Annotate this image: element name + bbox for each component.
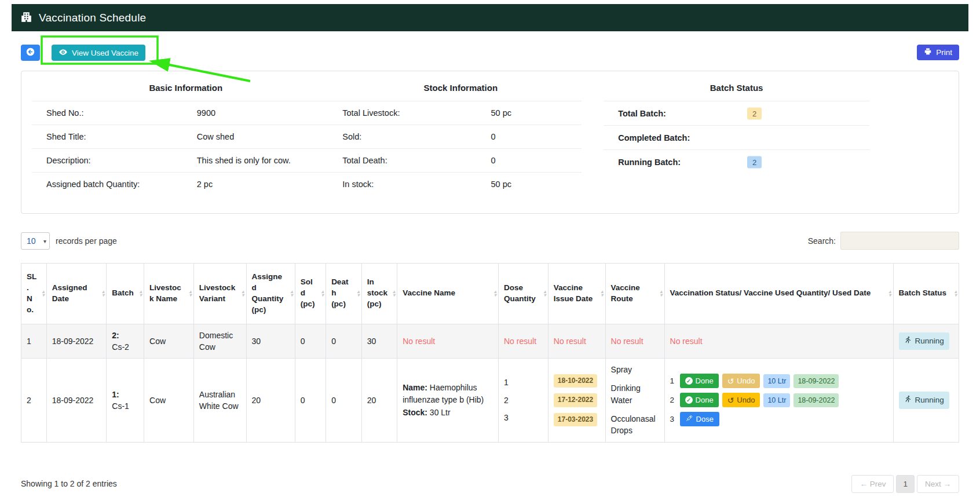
records-per-page-label: records per page bbox=[56, 236, 117, 246]
vaccine-issue-date-cell: No result bbox=[548, 324, 605, 359]
vaccine-route: Spray bbox=[611, 364, 659, 375]
sold-cell: 0 bbox=[295, 324, 326, 359]
back-button[interactable] bbox=[21, 45, 40, 61]
sort-icon: ▴▾ bbox=[321, 290, 324, 297]
in-stock-cell: 20 bbox=[361, 359, 397, 442]
batch-status-title: Batch Status bbox=[604, 78, 869, 101]
sort-icon: ▴▾ bbox=[42, 290, 45, 297]
sold-value: 0 bbox=[491, 132, 582, 141]
sort-icon: ▴▾ bbox=[601, 290, 604, 297]
view-used-vaccine-button[interactable]: View Used Vaccine bbox=[52, 45, 145, 61]
page-header: Vaccination Schedule bbox=[12, 4, 968, 31]
print-button[interactable]: Print bbox=[917, 45, 959, 60]
description-value: This shed is only for cow. bbox=[197, 156, 343, 165]
livestock-name-cell: Cow bbox=[144, 324, 194, 359]
livestock-variant-cell: Australian White Cow bbox=[193, 359, 246, 442]
undo-button[interactable]: ↺Undo bbox=[722, 393, 760, 407]
col-header-sl-no[interactable]: SL. No.▴▾ bbox=[21, 264, 47, 324]
undo-icon: ↺ bbox=[727, 396, 734, 404]
col-header-vaccination-status[interactable]: Vaccination Status/ Vaccine Used Quantit… bbox=[664, 264, 893, 324]
status-line: 1 ✓Done ↺Undo 10 Ltr 18-09-2022 bbox=[670, 374, 888, 388]
app-container: Vaccination Schedule View Used Vaccine bbox=[12, 4, 968, 497]
total-batch-count-badge: 2 bbox=[747, 107, 762, 119]
prev-page-button[interactable]: ← Prev bbox=[851, 475, 894, 493]
dose-line-number: 2 bbox=[670, 394, 677, 406]
person-running-icon bbox=[904, 335, 912, 347]
dose-quantity-cell: 1 2 3 bbox=[499, 359, 548, 442]
page-size-select-wrap: 10 bbox=[21, 232, 50, 250]
stock-info-title: Stock Information bbox=[340, 83, 582, 93]
shed-no-value: 9900 bbox=[197, 108, 343, 118]
batch-status-cell: Running bbox=[893, 324, 959, 359]
used-date-badge: 18-09-2022 bbox=[793, 393, 839, 407]
sold-label: Sold: bbox=[342, 132, 491, 141]
arrow-left-circle-icon bbox=[25, 47, 35, 59]
sort-icon: ▴▾ bbox=[889, 290, 891, 297]
assigned-qty-cell: 20 bbox=[246, 359, 295, 442]
done-button[interactable]: ✓Done bbox=[680, 374, 719, 388]
vaccination-schedule-table: SL. No.▴▾ Assigned Date▴▾ Batch▴▾ Livest… bbox=[21, 263, 959, 443]
livestock-name-cell: Cow bbox=[144, 359, 194, 442]
table-footer: Showing 1 to 2 of 2 entries ← Prev 1 Nex… bbox=[21, 475, 959, 493]
total-livestock-value: 50 pc bbox=[491, 108, 582, 118]
in-stock-cell: 30 bbox=[361, 324, 397, 359]
vaccine-route: Occulonasal Drops bbox=[611, 413, 659, 437]
total-livestock-label: Total Livestock: bbox=[342, 108, 491, 118]
dose-button[interactable]: Dose bbox=[680, 412, 719, 426]
col-header-sold[interactable]: Sold (pc)▴▾ bbox=[295, 264, 326, 324]
sort-icon: ▴▾ bbox=[955, 290, 957, 297]
death-cell: 0 bbox=[326, 359, 362, 442]
info-row: Description: This shed is only for cow. … bbox=[32, 149, 582, 173]
search-label: Search: bbox=[808, 236, 836, 246]
col-header-assigned-quantity[interactable]: Assigned Quantity (pc)▴▾ bbox=[246, 264, 295, 324]
col-header-dose-quantity[interactable]: Dose Quantity▴▾ bbox=[499, 264, 548, 324]
col-header-batch[interactable]: Batch▴▾ bbox=[107, 264, 144, 324]
col-header-vaccine-name[interactable]: Vaccine Name▴▾ bbox=[397, 264, 499, 324]
col-header-death[interactable]: Death (pc)▴▾ bbox=[326, 264, 362, 324]
col-header-assigned-date[interactable]: Assigned Date▴▾ bbox=[46, 264, 107, 324]
next-page-button[interactable]: Next → bbox=[917, 475, 959, 493]
sort-icon: ▴▾ bbox=[102, 290, 104, 297]
col-header-vaccine-route[interactable]: Vaccine Route▴▾ bbox=[605, 264, 664, 324]
batch-status-block: Batch Status Total Batch: 2 Completed Ba… bbox=[604, 78, 869, 196]
vaccine-name-cell: No result bbox=[397, 324, 499, 359]
page-size-select[interactable]: 10 bbox=[21, 232, 50, 250]
col-header-batch-status[interactable]: Batch Status▴▾ bbox=[893, 264, 959, 324]
issue-date-badge: 17-03-2023 bbox=[554, 413, 597, 426]
col-header-livestock-variant[interactable]: Livestock Variant▴▾ bbox=[193, 264, 246, 324]
search-area: Search: bbox=[808, 232, 959, 250]
dose-number: 2 bbox=[504, 394, 543, 406]
total-death-label: Total Death: bbox=[342, 156, 491, 165]
basic-info-title: Basic Information bbox=[32, 83, 340, 93]
done-button[interactable]: ✓Done bbox=[680, 393, 719, 407]
shed-title-value: Cow shed bbox=[197, 132, 343, 141]
syringe-icon bbox=[686, 415, 693, 423]
info-row: Shed No.: 9900 Total Livestock: 50 pc bbox=[32, 101, 582, 125]
vaccination-status-cell: No result bbox=[664, 324, 893, 359]
table-row: 2 18-09-2022 1: Cs-1 Cow Australian Whit… bbox=[21, 359, 959, 442]
page-title: Vaccination Schedule bbox=[39, 12, 146, 24]
shed-title-label: Shed Title: bbox=[32, 132, 197, 141]
used-quantity-badge: 10 Ltr bbox=[763, 374, 790, 388]
col-header-in-stock[interactable]: In stock (pc)▴▾ bbox=[361, 264, 397, 324]
undo-button[interactable]: ↺Undo bbox=[722, 374, 760, 388]
col-header-livestock-name[interactable]: Livestock Name▴▾ bbox=[144, 264, 194, 324]
total-batch-label: Total Batch: bbox=[618, 109, 666, 118]
check-icon: ✓ bbox=[685, 377, 693, 385]
vaccine-name-label: Name: bbox=[403, 383, 427, 392]
vaccination-status-cell: 1 ✓Done ↺Undo 10 Ltr 18-09-2022 2 ✓Done … bbox=[664, 359, 893, 442]
running-batch-row: Running Batch: 2 bbox=[604, 150, 869, 174]
sl-no-cell: 2 bbox=[21, 359, 47, 442]
table-row: 1 18-09-2022 2: Cs-2 Cow Domestic Cow 30… bbox=[21, 324, 959, 359]
assigned-qty-cell: 30 bbox=[246, 324, 295, 359]
batch-status-cell: Running bbox=[893, 359, 959, 442]
page-number-button[interactable]: 1 bbox=[896, 475, 915, 493]
entries-summary: Showing 1 to 2 of 2 entries bbox=[21, 479, 117, 488]
dose-line-number: 1 bbox=[670, 375, 677, 387]
search-input[interactable] bbox=[840, 232, 959, 250]
sort-icon: ▴▾ bbox=[140, 290, 142, 297]
col-header-vaccine-issue-date[interactable]: Vaccine Issue Date▴▾ bbox=[548, 264, 605, 324]
printer-icon bbox=[924, 47, 932, 57]
issue-date-badge: 17-12-2022 bbox=[554, 393, 597, 407]
total-death-value: 0 bbox=[491, 156, 582, 165]
